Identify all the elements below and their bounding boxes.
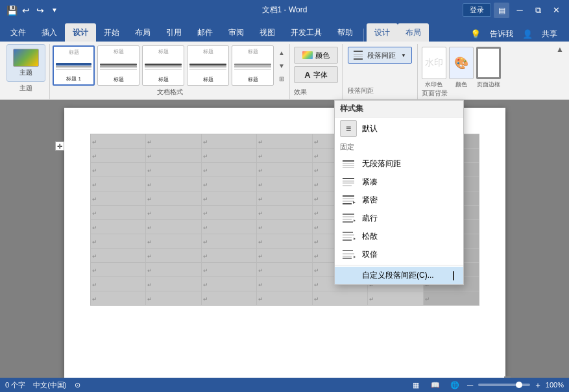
background-group: 水印 水印色 🎨 颜色 页面边框 页面背景	[418, 44, 505, 99]
color-swatch	[302, 51, 313, 59]
tab-references[interactable]: 引用	[158, 23, 189, 42]
theme-button[interactable]: 主题	[6, 44, 45, 82]
zoom-minus-btn[interactable]: ─	[467, 380, 473, 390]
svg-marker-22	[354, 238, 356, 240]
minimize-button[interactable]: ─	[512, 3, 527, 18]
relaxed-icon	[340, 230, 357, 242]
view-read-btn[interactable]: 📖	[428, 380, 442, 390]
restore-button[interactable]: ⧉	[530, 3, 546, 18]
theme-group: 主题 主题	[3, 44, 50, 99]
bulb-icon[interactable]: 💡	[470, 29, 481, 39]
login-button[interactable]: 登录	[463, 3, 491, 17]
view-layout-btn[interactable]: ▦	[409, 380, 423, 390]
dropdown-header: 样式集	[335, 101, 463, 117]
styles-group: 标题 标题 1 标题 标题	[50, 44, 290, 99]
relaxed-label: 松散	[362, 231, 458, 242]
zoom-slider[interactable]	[478, 384, 530, 386]
paragraph-spacing-dropdown: 样式集 ≡ 默认 固定 无段落间距 紧凑	[334, 100, 464, 285]
cursor-indicator	[453, 271, 458, 280]
tab-developer[interactable]: 开发工具	[283, 23, 330, 42]
page-color-button[interactable]: 🎨	[449, 47, 474, 79]
svg-marker-17	[354, 219, 356, 222]
style-heading5[interactable]: 标题 标题	[232, 45, 274, 86]
menu-item-double[interactable]: 双倍	[335, 245, 463, 263]
quick-access-toolbar: 💾 ↩ ↪ ▼	[5, 4, 61, 17]
view-web-btn[interactable]: 🌐	[448, 380, 462, 390]
menu-item-custom[interactable]: 自定义段落间距(C)...	[335, 267, 463, 284]
para-spacing-button[interactable]: 段落间距 ▼	[348, 47, 412, 64]
share-button[interactable]: 共享	[535, 26, 564, 42]
tab-design2[interactable]: 设计	[367, 23, 398, 42]
redo-icon[interactable]: ↪	[34, 4, 47, 17]
tab-help[interactable]: 帮助	[330, 23, 361, 42]
color-font-group: 颜色 A 字体 效果	[290, 44, 343, 99]
effects-label: 效果	[294, 88, 307, 97]
color-button[interactable]: 颜色	[294, 47, 338, 64]
tab-design[interactable]: 设计	[65, 23, 96, 42]
tab-layout2[interactable]: 布局	[398, 23, 429, 42]
menu-item-tight[interactable]: 紧密	[335, 191, 463, 209]
dropdown-arrow: ▼	[401, 53, 406, 58]
tab-page-layout[interactable]: 布局	[127, 23, 158, 42]
table-move-handle[interactable]: ✛	[55, 141, 64, 151]
bg-group-label: 页面背景	[422, 89, 448, 99]
scroll-up-arrow[interactable]: ▲	[276, 47, 287, 58]
svg-marker-27	[354, 256, 356, 258]
zoom-plus-btn[interactable]: +	[535, 380, 540, 390]
table-resize-handle[interactable]	[504, 376, 511, 378]
word-count: 0 个字	[5, 380, 25, 390]
style-heading2[interactable]: 标题 标题	[97, 45, 139, 86]
style-heading1[interactable]: 标题 标题 1	[53, 45, 95, 86]
theme-group-label: 主题	[6, 82, 45, 94]
menu-item-compact[interactable]: 紧凑	[335, 173, 463, 191]
theme-label: 主题	[19, 68, 32, 77]
page-border-item: 页面边框	[476, 47, 501, 89]
more-icon[interactable]: ▼	[48, 4, 61, 17]
save-icon[interactable]: 💾	[5, 4, 18, 17]
color-label: 颜色	[315, 51, 330, 60]
tab-review[interactable]: 审阅	[221, 23, 252, 42]
no-space-label: 无段落间距	[362, 158, 458, 169]
watermark-icon: 水印	[425, 57, 443, 69]
page-color-item: 🎨 颜色	[449, 47, 474, 89]
style-heading3[interactable]: 标题 标题	[142, 45, 184, 86]
person-icon[interactable]: 👤	[522, 29, 533, 39]
para-spacing-icon	[354, 51, 363, 60]
record-icon[interactable]: ⊙	[75, 381, 80, 389]
zoom-thumb[interactable]	[516, 382, 522, 388]
page-color-label: 颜色	[455, 80, 467, 89]
close-button[interactable]: ✕	[548, 3, 564, 18]
title-left: 💾 ↩ ↪ ▼	[5, 4, 61, 17]
watermark-item: 水印 水印色	[422, 47, 446, 89]
menu-item-no-space[interactable]: 无段落间距	[335, 154, 463, 173]
tab-view[interactable]: 视图	[252, 23, 283, 42]
font-button[interactable]: A 字体	[294, 66, 338, 83]
ribbon-tabs: 文件 插入 设计 开始 布局 引用 邮件 审阅 视图 开发工具 帮助 设计 布局…	[0, 20, 569, 42]
tab-mailings[interactable]: 邮件	[189, 23, 221, 42]
compact-icon	[340, 176, 357, 188]
ribbon-toggle-icon[interactable]: ▤	[494, 3, 509, 18]
menu-item-relaxed[interactable]: 松散	[335, 227, 463, 245]
tab-layout-start[interactable]: 开始	[96, 23, 127, 42]
ribbon-collapse-button[interactable]: ▲	[553, 43, 566, 56]
page-border-button[interactable]	[476, 47, 501, 79]
language: 中文(中国)	[33, 380, 66, 390]
watermark-button[interactable]: 水印	[422, 47, 446, 79]
tab-file[interactable]: 文件	[3, 23, 34, 42]
style-heading4[interactable]: 标题 标题	[187, 45, 229, 86]
menu-item-normal[interactable]: 疏行	[335, 209, 463, 227]
scroll-more-arrow[interactable]: ⊞	[276, 73, 287, 84]
scroll-down-arrow[interactable]: ▼	[276, 60, 287, 71]
custom-label: 自定义段落间距(C)...	[340, 270, 448, 281]
tell-me-btn[interactable]: 告诉我	[483, 26, 520, 42]
watermark-label: 水印色	[425, 80, 442, 89]
default-label: 默认	[362, 123, 378, 134]
zoom-level: 100%	[546, 381, 564, 389]
styles-scroll: ▲ ▼ ⊞	[276, 45, 287, 86]
default-icon[interactable]: ≡	[340, 120, 357, 137]
undo-icon[interactable]: ↩	[19, 4, 32, 17]
no-space-icon	[340, 158, 357, 169]
tab-insert[interactable]: 插入	[34, 23, 65, 42]
page-border-label: 页面边框	[477, 80, 500, 89]
para-spacing-label: 段落间距	[367, 51, 396, 60]
